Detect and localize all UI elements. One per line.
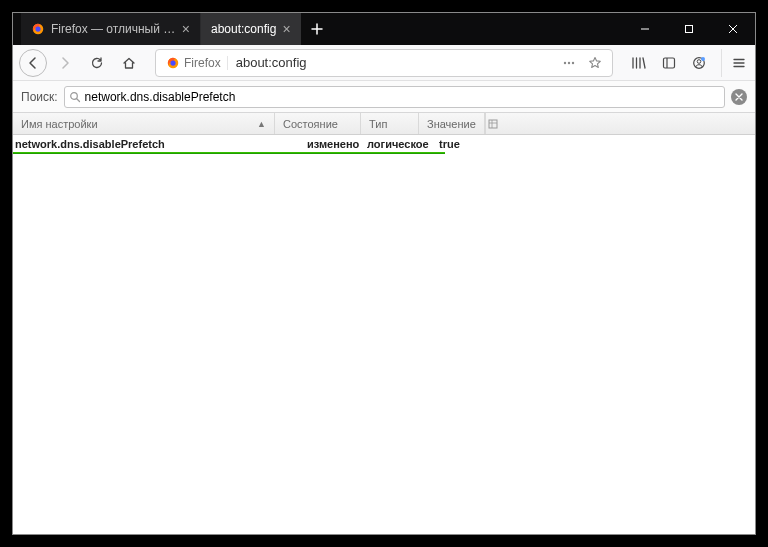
svg-point-4 [170, 60, 175, 65]
pref-rows: network.dns.disablePrefetch изменено лог… [13, 135, 755, 534]
back-button[interactable] [19, 49, 47, 77]
library-button[interactable] [625, 49, 653, 77]
account-button[interactable] [685, 49, 713, 77]
firefox-brand-icon [166, 56, 180, 70]
close-icon[interactable]: × [282, 22, 290, 36]
page-action-button[interactable] [556, 56, 582, 70]
search-field[interactable] [64, 86, 725, 108]
column-header-value[interactable]: Значение [419, 113, 485, 134]
svg-point-7 [572, 61, 574, 63]
cell-pref-name: network.dns.disablePrefetch [13, 138, 305, 150]
svg-point-10 [697, 59, 701, 63]
column-picker-button[interactable] [485, 113, 501, 134]
svg-point-11 [701, 57, 705, 61]
reload-button[interactable] [83, 49, 111, 77]
svg-rect-13 [489, 120, 497, 128]
cell-value: true [437, 138, 462, 150]
window-controls [623, 13, 755, 45]
svg-rect-2 [686, 26, 693, 33]
app-menu-button[interactable] [721, 49, 749, 77]
tab-strip: Firefox — отличный браузер д × about:con… [13, 13, 623, 45]
nav-toolbar: Firefox [13, 45, 755, 81]
svg-point-5 [564, 61, 566, 63]
column-header-label: Состояние [283, 118, 338, 130]
column-header-label: Тип [369, 118, 387, 130]
column-header-label: Имя настройки [21, 118, 98, 130]
home-button[interactable] [115, 49, 143, 77]
bookmark-star-icon[interactable] [582, 56, 608, 70]
identity-label: Firefox [184, 56, 221, 70]
column-headers: Имя настройки ▲ Состояние Тип Значение [13, 113, 755, 135]
svg-point-12 [70, 92, 77, 99]
cell-status: изменено [305, 138, 365, 150]
svg-point-6 [568, 61, 570, 63]
new-tab-button[interactable] [301, 13, 333, 45]
sidebar-button[interactable] [655, 49, 683, 77]
column-header-pref[interactable]: Имя настройки ▲ [13, 113, 275, 134]
tab-label: about:config [211, 22, 276, 36]
svg-rect-8 [664, 58, 675, 68]
config-search-bar: Поиск: [13, 81, 755, 113]
minimize-button[interactable] [623, 13, 667, 45]
tab-about-config[interactable]: about:config × [201, 13, 301, 45]
column-header-type[interactable]: Тип [361, 113, 419, 134]
url-bar[interactable]: Firefox [155, 49, 613, 77]
tab-label: Firefox — отличный браузер д [51, 22, 176, 36]
forward-button [51, 49, 79, 77]
tab-firefox-start[interactable]: Firefox — отличный браузер д × [21, 13, 201, 45]
svg-point-1 [35, 26, 40, 31]
firefox-favicon-icon [31, 22, 45, 36]
titlebar: Firefox — отличный браузер д × about:con… [13, 13, 755, 45]
browser-window: Firefox — отличный браузер д × about:con… [12, 12, 756, 535]
url-input[interactable] [228, 55, 556, 70]
search-input[interactable] [81, 90, 720, 104]
identity-box[interactable]: Firefox [160, 56, 228, 70]
toolbar-right [625, 49, 713, 77]
highlight-underline [13, 152, 445, 154]
column-header-status[interactable]: Состояние [275, 113, 361, 134]
clear-search-button[interactable] [731, 89, 747, 105]
pref-row[interactable]: network.dns.disablePrefetch изменено лог… [13, 135, 755, 152]
maximize-button[interactable] [667, 13, 711, 45]
sort-asc-icon: ▲ [257, 119, 266, 129]
column-header-label: Значение [427, 118, 476, 130]
cell-type: логическое [365, 138, 437, 150]
close-icon[interactable]: × [182, 22, 190, 36]
search-icon [69, 91, 81, 103]
close-window-button[interactable] [711, 13, 755, 45]
search-label: Поиск: [21, 90, 58, 104]
